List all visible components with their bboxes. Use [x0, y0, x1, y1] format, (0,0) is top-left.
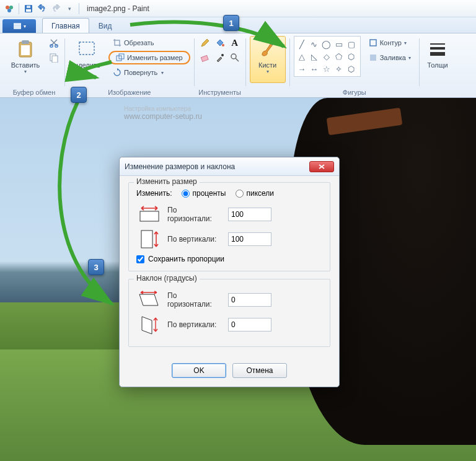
- picker-tool[interactable]: [213, 51, 227, 64]
- resize-h-icon: [136, 204, 162, 225]
- group-stroke: Толщи: [420, 36, 456, 97]
- cancel-button[interactable]: Отмена: [232, 363, 287, 378]
- svg-rect-5: [27, 6, 30, 8]
- svg-rect-17: [79, 42, 94, 55]
- svg-point-0: [6, 6, 9, 9]
- undo-icon[interactable]: [37, 4, 47, 14]
- svg-rect-26: [430, 43, 445, 45]
- rotate-label: Повернуть: [124, 69, 157, 76]
- window-title: image2.png - Paint: [87, 4, 149, 13]
- skew-h-icon: [136, 289, 162, 310]
- keep-ratio-label: Сохранить пропорции: [148, 255, 224, 263]
- svg-rect-7: [14, 23, 21, 24]
- outline-button[interactable]: Контур▾: [364, 36, 415, 50]
- skew-v-icon: [136, 314, 162, 335]
- rotate-button[interactable]: Повернуть ▾: [108, 66, 190, 79]
- group-brushes: Кисти ▾: [246, 36, 289, 97]
- group-clipboard: Вставить ▾ Буфер обмен: [4, 36, 64, 97]
- shape-gallery[interactable]: ╱∿◯▭▢ △◺◇⬠⬡ →↔☆✧⬡: [294, 36, 361, 77]
- stroke-icon: [428, 39, 447, 59]
- resize-button[interactable]: Изменить размер: [108, 51, 190, 64]
- brushes-button[interactable]: Кисти ▾: [250, 36, 286, 83]
- resize-legend: Изменить размер: [134, 177, 200, 186]
- brush-icon: [258, 39, 278, 59]
- svg-rect-25: [370, 55, 376, 61]
- ok-button[interactable]: OK: [172, 363, 226, 378]
- skew-v-input[interactable]: [228, 318, 271, 331]
- svg-rect-12: [21, 45, 30, 55]
- callout-1: 1: [223, 15, 239, 31]
- paste-label: Вставить: [11, 61, 40, 69]
- resize-label: Изменить размер: [127, 54, 183, 61]
- stroke-width-button[interactable]: Толщи: [423, 36, 452, 83]
- svg-point-22: [221, 54, 224, 56]
- outline-label: Контур: [380, 39, 402, 46]
- group-label-shapes: Фигуры: [290, 89, 419, 96]
- group-label-tools: Инструменты: [195, 89, 245, 96]
- skew-v-label: По вертикали:: [167, 320, 223, 329]
- resize-v-input[interactable]: [228, 232, 271, 246]
- group-tools: A Инструменты: [195, 36, 245, 97]
- redo-icon[interactable]: [51, 4, 61, 14]
- copy-icon[interactable]: [49, 51, 59, 64]
- file-menu-button[interactable]: ▾: [2, 19, 36, 33]
- svg-rect-21: [201, 55, 208, 61]
- resize-h-input[interactable]: [228, 208, 271, 221]
- resize-fieldset: Изменить размер Изменить: проценты пиксе…: [128, 182, 330, 271]
- skew-fieldset: Наклон (градусы) По горизонтали: По верт…: [128, 279, 330, 347]
- skew-legend: Наклон (градусы): [134, 274, 200, 283]
- paste-button[interactable]: Вставить ▾: [7, 36, 43, 83]
- svg-rect-30: [141, 230, 152, 248]
- svg-rect-27: [430, 47, 445, 50]
- svg-rect-29: [140, 211, 159, 221]
- fill-label: Заливка: [380, 54, 406, 61]
- h-label: По горизонтали:: [167, 206, 223, 223]
- zoom-tool[interactable]: [228, 51, 242, 64]
- svg-rect-16: [52, 56, 58, 63]
- svg-rect-8: [14, 25, 21, 27]
- v-label: По вертикали:: [167, 235, 223, 244]
- eraser-tool[interactable]: [198, 51, 212, 64]
- radio-percent[interactable]: проценты: [182, 189, 226, 198]
- callout-3: 3: [88, 259, 104, 275]
- svg-rect-28: [430, 52, 445, 56]
- fill-button[interactable]: Заливка▾: [364, 51, 415, 64]
- svg-rect-24: [370, 40, 376, 46]
- svg-rect-9: [14, 27, 21, 29]
- skew-h-input[interactable]: [228, 293, 271, 307]
- cut-icon[interactable]: [49, 36, 59, 50]
- radio-pixels[interactable]: пиксели: [236, 189, 274, 198]
- svg-point-23: [231, 54, 236, 59]
- keep-ratio-checkbox[interactable]: [136, 255, 144, 263]
- callout-2: 2: [71, 87, 87, 103]
- watermark: Настройка компьютера www.computer-setup.…: [124, 105, 202, 121]
- tab-home[interactable]: Главная: [42, 18, 89, 33]
- group-label-clipboard: Буфер обмен: [4, 89, 64, 96]
- select-icon: [77, 39, 97, 59]
- stroke-label: Толщи: [427, 61, 447, 69]
- pencil-tool[interactable]: [198, 36, 212, 50]
- svg-rect-4: [26, 9, 31, 12]
- brushes-label: Кисти: [258, 61, 276, 69]
- select-button[interactable]: ыделить ▾: [69, 36, 105, 83]
- svg-rect-11: [22, 40, 29, 44]
- clipboard-icon: [15, 39, 35, 59]
- group-shapes: ╱∿◯▭▢ △◺◇⬠⬡ →↔☆✧⬡ Контур▾ Заливка▾ Фигур…: [290, 36, 419, 97]
- tab-view[interactable]: Вид: [89, 18, 121, 33]
- close-button[interactable]: [309, 161, 334, 172]
- qat-dropdown-icon[interactable]: ▾: [64, 4, 74, 14]
- resize-v-icon: [136, 229, 162, 250]
- svg-point-1: [9, 6, 13, 9]
- app-icon: [4, 4, 14, 14]
- dialog-titlebar[interactable]: Изменение размеров и наклона: [120, 157, 339, 176]
- skew-h-label: По горизонтали:: [167, 291, 223, 309]
- text-tool[interactable]: A: [228, 36, 242, 50]
- fill-tool[interactable]: [213, 36, 227, 50]
- svg-point-2: [7, 9, 11, 12]
- crop-button[interactable]: Обрезать: [108, 36, 190, 50]
- crop-label: Обрезать: [124, 39, 154, 46]
- svg-point-20: [222, 44, 224, 46]
- save-icon[interactable]: [24, 4, 33, 14]
- select-label: ыделить: [73, 61, 100, 69]
- dialog-title: Изменение размеров и наклона: [125, 162, 235, 171]
